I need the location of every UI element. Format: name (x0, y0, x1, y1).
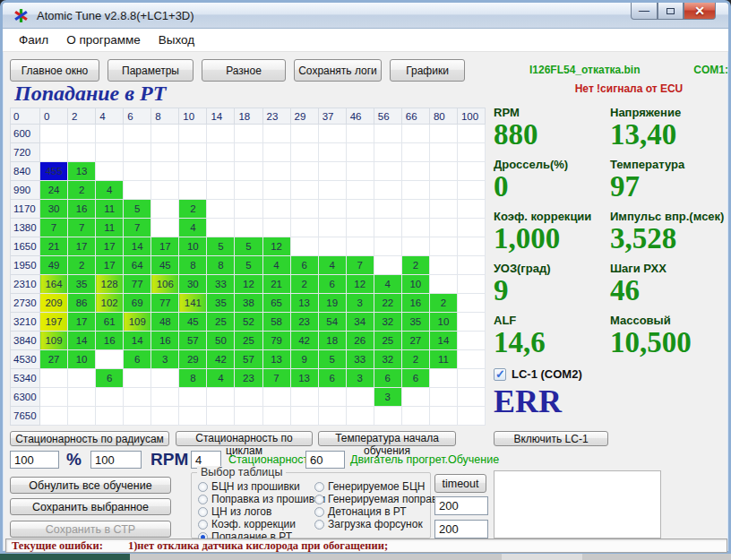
grid-cell[interactable] (262, 200, 290, 219)
grid-cell[interactable] (151, 200, 179, 219)
grid-cell[interactable]: 10 (179, 237, 207, 256)
grid-cell[interactable] (457, 369, 485, 388)
enable-lc1-button[interactable]: Включить LC-1 (494, 431, 608, 446)
grid-cell[interactable]: 455 (40, 162, 68, 181)
grid-cell[interactable]: 22 (374, 294, 401, 313)
grid-cell[interactable]: 17 (68, 237, 96, 256)
grid-cell[interactable]: 6 (318, 369, 346, 388)
timeout-button[interactable]: timeout (434, 474, 486, 493)
grid-cell[interactable] (179, 162, 207, 181)
grid-cell[interactable] (374, 237, 401, 256)
grid-cell[interactable]: 10 (429, 313, 457, 332)
grid-cell[interactable] (429, 256, 457, 275)
grid-cell[interactable] (179, 388, 207, 407)
menu-item-1[interactable]: Фаил (10, 33, 57, 47)
grid-cell[interactable] (235, 162, 262, 181)
grid-cell[interactable] (457, 125, 485, 143)
grid-cell[interactable] (207, 143, 235, 162)
grid-cell[interactable]: 11 (96, 200, 124, 219)
grid-cell[interactable] (235, 407, 262, 426)
grid-cell[interactable] (346, 143, 374, 162)
save-str-button[interactable]: Сохранить в СТР (10, 521, 171, 538)
grid-cell[interactable]: 65 (262, 294, 290, 313)
grid-cell[interactable] (429, 219, 457, 237)
grid-cell[interactable]: 57 (179, 332, 207, 350)
grid-cell[interactable] (179, 125, 207, 143)
menu-item-2[interactable]: О программе (57, 33, 150, 47)
grid-cell[interactable] (235, 219, 262, 237)
grid-cell[interactable] (290, 181, 318, 200)
grid-cell[interactable]: 11 (429, 350, 457, 369)
grid-cell[interactable] (346, 219, 374, 237)
grid-cell[interactable] (401, 143, 429, 162)
grid-cell[interactable]: 16 (151, 332, 179, 350)
grid-cell[interactable] (346, 125, 374, 143)
grid-cell[interactable] (429, 181, 457, 200)
grid-cell[interactable] (207, 181, 235, 200)
grid-cell[interactable] (318, 237, 346, 256)
grid-cell[interactable]: 164 (40, 275, 68, 294)
grid-cell[interactable] (151, 219, 179, 237)
grid-cell[interactable] (457, 294, 485, 313)
grid-cell[interactable]: 106 (151, 275, 179, 294)
grid-cell[interactable] (235, 125, 262, 143)
grid-cell[interactable]: 33 (346, 350, 374, 369)
grid-cell[interactable]: 14 (68, 332, 96, 350)
grid-cell[interactable]: 2 (179, 200, 207, 219)
grid-cell[interactable]: 35 (207, 294, 235, 313)
grid-cell[interactable]: 45 (151, 256, 179, 275)
grid-cell[interactable] (401, 125, 429, 143)
grid-cell[interactable] (429, 162, 457, 181)
grid-cell[interactable] (207, 125, 235, 143)
grid-cell[interactable] (457, 350, 485, 369)
menu-item-3[interactable]: Выход (150, 33, 203, 47)
grid-cell[interactable]: 54 (318, 313, 346, 332)
grid-cell[interactable]: 5 (235, 237, 262, 256)
grid-cell[interactable] (40, 143, 68, 162)
grid-cell[interactable] (429, 369, 457, 388)
grid-cell[interactable] (151, 181, 179, 200)
grid-cell[interactable] (207, 200, 235, 219)
grid-cell[interactable]: 10 (401, 275, 429, 294)
grid-cell[interactable] (96, 125, 124, 143)
grid-cell[interactable]: 32 (374, 313, 401, 332)
grid-cell[interactable]: 6 (124, 350, 151, 369)
grid-cell[interactable]: 2 (68, 181, 96, 200)
grid-cell[interactable]: 5 (207, 237, 235, 256)
grid-cell[interactable] (151, 388, 179, 407)
grid-cell[interactable] (262, 407, 290, 426)
grid-cell[interactable] (374, 407, 401, 426)
grid-cell[interactable]: 17 (151, 237, 179, 256)
grid-cell[interactable] (151, 369, 179, 388)
grid-cell[interactable] (151, 143, 179, 162)
grid-cell[interactable] (262, 125, 290, 143)
grid-cell[interactable]: 3 (346, 294, 374, 313)
grid-cell[interactable]: 14 (124, 332, 151, 350)
grid-cell[interactable]: 11 (96, 219, 124, 237)
grid-cell[interactable] (151, 125, 179, 143)
grid-cell[interactable] (457, 237, 485, 256)
taskbar-item-segment[interactable] (502, 554, 582, 560)
radio-option[interactable]: Детонация в РТ (314, 506, 448, 518)
grid-cell[interactable] (124, 143, 151, 162)
grid-cell[interactable] (457, 162, 485, 181)
maximize-button[interactable] (658, 3, 684, 20)
grid-cell[interactable] (401, 181, 429, 200)
grid-cell[interactable] (290, 162, 318, 181)
grid-cell[interactable] (96, 162, 124, 181)
grid-cell[interactable]: 4 (207, 369, 235, 388)
grid-cell[interactable]: 45 (179, 313, 207, 332)
grid-cell[interactable]: 21 (262, 275, 290, 294)
grid-cell[interactable] (68, 388, 96, 407)
grid-cell[interactable]: 64 (124, 256, 151, 275)
close-button[interactable]: ✕ (684, 3, 716, 20)
grid-cell[interactable]: 141 (179, 294, 207, 313)
grid-cell[interactable] (68, 369, 96, 388)
grid-cell[interactable]: 197 (40, 313, 68, 332)
grid-cell[interactable]: 17 (96, 237, 124, 256)
grid-cell[interactable] (429, 125, 457, 143)
grid-cell[interactable]: 14 (124, 237, 151, 256)
grid-cell[interactable] (457, 143, 485, 162)
grid-cell[interactable]: 52 (235, 313, 262, 332)
grid-cell[interactable]: 3 (374, 388, 401, 407)
